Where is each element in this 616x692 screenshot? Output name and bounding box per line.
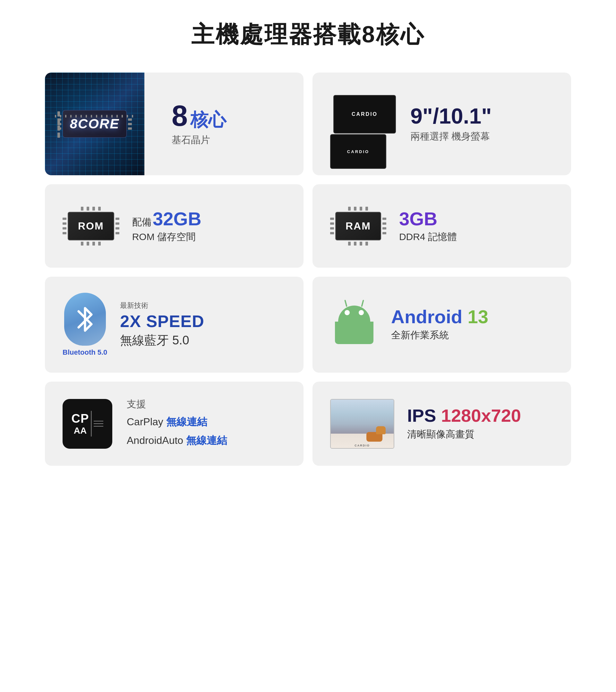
- ips-resolution: 1280x720: [441, 405, 521, 426]
- android-auto-link: 無線連結: [186, 435, 227, 446]
- android-auto-line: AndroidAuto 無線連結: [127, 431, 286, 450]
- card-ram: RAM 3GB DDR4 記憶體: [312, 184, 571, 268]
- screen-large: CARDIO: [333, 95, 396, 133]
- bluetooth-label: Bluetooth 5.0: [63, 348, 107, 356]
- carplay-info: 支援 CarPlay 無線連結 AndroidAuto 無線連結: [127, 398, 286, 450]
- rom-chip-icon: ROM: [63, 207, 119, 245]
- chip-pin-bottom: [348, 242, 351, 245]
- ram-info: 3GB DDR4 記憶體: [399, 208, 553, 244]
- chip-pin-right: [115, 232, 119, 234]
- core-info: 8 核心 基石晶片: [157, 89, 241, 159]
- ram-size-value: 3GB: [399, 208, 553, 230]
- android-desc: 全新作業系統: [391, 329, 553, 342]
- android-body: [335, 322, 373, 344]
- rom-desc: ROM 儲存空間: [132, 230, 286, 244]
- core-number-unit: 核心: [190, 111, 226, 129]
- ips-info: IPS 1280x720 清晰顯像高畫質: [407, 407, 553, 441]
- page-title: 主機處理器搭載8核心: [191, 19, 425, 50]
- chip-pin-top: [98, 207, 101, 211]
- chip-pin-top: [87, 207, 89, 211]
- carplay-link: 無線連結: [166, 416, 207, 428]
- screen-info: 9"/10.1" 兩種選擇 機身螢幕: [410, 105, 553, 143]
- chip-pin: [58, 126, 60, 129]
- chip-pin-right: [382, 227, 386, 230]
- bt-desc: 無線藍牙 5.0: [120, 332, 286, 349]
- screens-wrapper: CARDIO CARDIO: [330, 95, 401, 153]
- ips-title: IPS 1280x720: [407, 407, 553, 425]
- chip-pin-bottom: [360, 242, 362, 245]
- chip-pin-right: [382, 218, 386, 220]
- chip-pin-bottom: [98, 242, 101, 245]
- ips-brand-label: CARDIO: [354, 444, 370, 447]
- rom-chip-box: ROM: [68, 212, 114, 240]
- chip-pin: [58, 113, 60, 116]
- carplay-support-label: 支援: [127, 398, 286, 411]
- core-chip-visual: 8CORE: [58, 110, 132, 138]
- android-visual: [330, 306, 378, 344]
- rom-prefix: 配備: [132, 217, 151, 227]
- ips-desc: 清晰顯像高畫質: [407, 428, 553, 441]
- ips-screen-content: CARDIO: [331, 399, 394, 448]
- core-subtitle: 基石晶片: [172, 133, 226, 147]
- ram-desc: DDR4 記憶體: [399, 230, 553, 244]
- card-android: Android 13 全新作業系統: [312, 277, 571, 373]
- chip-pin-bottom: [81, 242, 83, 245]
- card-core: 8CORE: [45, 72, 304, 175]
- rom-info: 配備 32GB ROM 儲存空間: [132, 208, 286, 244]
- screen-small: CARDIO: [330, 134, 386, 169]
- chip-pin-top: [360, 207, 362, 211]
- chip-pin: [58, 134, 60, 138]
- chip-outer: 8CORE: [58, 110, 132, 138]
- screen-brand-label-small: CARDIO: [347, 149, 369, 154]
- carplay-box: CP AA: [63, 399, 112, 449]
- chip-pin: [58, 133, 60, 136]
- chip-pin-left: [330, 232, 334, 234]
- carplay-line: CarPlay 無線連結: [127, 413, 286, 431]
- android-icon: [330, 306, 378, 344]
- ips-title-prefix: IPS: [407, 405, 441, 426]
- android-auto-text: AndroidAuto: [127, 435, 183, 446]
- screen-desc-text: 兩種選擇 機身螢幕: [410, 130, 553, 143]
- chip-pin-left: [63, 232, 66, 234]
- chip-pin-left: [63, 222, 66, 225]
- ram-chip-icon: RAM: [330, 207, 386, 245]
- bluetooth-bubble: [64, 293, 106, 346]
- android-head: [338, 306, 370, 322]
- chip-pin-left: [330, 222, 334, 225]
- chip-pin-right: [115, 218, 119, 220]
- ram-chip-label: RAM: [346, 220, 371, 232]
- bt-tech-label: 最新技術: [120, 301, 286, 310]
- carplay-text: CarPlay: [127, 416, 163, 428]
- android-antenna-left: [344, 300, 348, 306]
- ips-dog-visual: [365, 426, 387, 443]
- chip-pin-right: [115, 227, 119, 230]
- rom-chip-label: ROM: [78, 220, 104, 232]
- bt-speed-value: 2X SPEED: [120, 312, 286, 331]
- chip-pin-left: [63, 227, 66, 230]
- ips-dog-head: [376, 426, 386, 434]
- chip-pin-bottom: [87, 242, 89, 245]
- chip-pin-left: [58, 127, 61, 130]
- chip-pin-bottom: [92, 242, 95, 245]
- chip-pin-right: [128, 127, 132, 130]
- chip-pin-bottom: [354, 242, 356, 245]
- chip-pin: [58, 127, 60, 131]
- android-info: Android 13 全新作業系統: [391, 307, 553, 342]
- card-bluetooth: Bluetooth 5.0 最新技術 2X SPEED 無線藍牙 5.0: [45, 277, 304, 373]
- ips-screen-visual: CARDIO: [330, 399, 394, 449]
- core-chip-image: 8CORE: [45, 72, 145, 175]
- android-version-text: Android: [391, 306, 467, 327]
- bluetooth-symbol-icon: [75, 305, 95, 334]
- chip-pin-top: [366, 207, 368, 211]
- rom-size-line: 配備 32GB: [132, 208, 286, 230]
- chip-pin-left: [330, 227, 334, 230]
- chip-pin-right: [128, 123, 132, 125]
- card-screen: CARDIO CARDIO 9"/10.1" 兩種選擇 機身螢幕: [312, 72, 571, 175]
- core-number: 8 核心: [172, 102, 226, 130]
- android-version-number: 13: [467, 306, 488, 327]
- chip-pin-left: [330, 218, 334, 220]
- feature-grid: 8CORE: [45, 72, 571, 466]
- chip-pin-top: [81, 207, 83, 211]
- chip-pin-right: [382, 222, 386, 225]
- chip-pin-left: [63, 218, 66, 220]
